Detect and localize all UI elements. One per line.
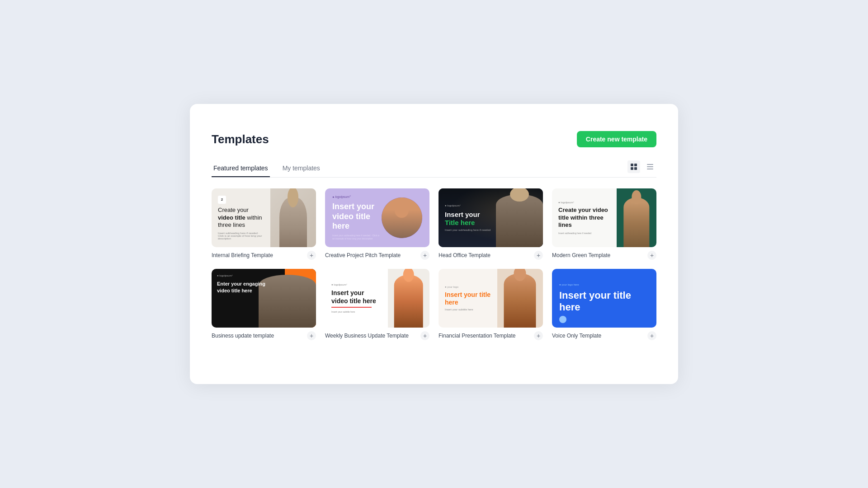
tabs-row: Featured templates My templates xyxy=(212,160,656,178)
svg-rect-3 xyxy=(634,167,637,170)
template-name: Modern Green Template xyxy=(552,252,610,258)
template-card-modern-green[interactable]: ● logolpsum° Create your video title wit… xyxy=(552,188,656,260)
create-template-button[interactable]: Create new template xyxy=(577,131,656,147)
view-toggle xyxy=(627,160,656,177)
template-sub-text: Insert your subtitle here xyxy=(445,308,491,311)
template-thumbnail-modern-green: ● logolpsum° Create your video title wit… xyxy=(552,188,656,247)
template-preview-text: Enter your engaging video title here xyxy=(217,281,279,295)
template-thumbnail-head-office: ● logolpsum° Insert your Title here Inse… xyxy=(439,188,543,247)
add-template-button[interactable]: + xyxy=(647,251,656,260)
template-person-area xyxy=(497,269,543,328)
template-card-business-update[interactable]: ● logolpsum° Enter your engaging video t… xyxy=(212,269,316,340)
template-logo: ● logolpsum° xyxy=(558,201,610,204)
template-logo: ● logolpsum° xyxy=(332,195,382,198)
svg-rect-6 xyxy=(647,169,653,169)
template-name: Head Office Template xyxy=(439,252,491,258)
add-template-button[interactable]: + xyxy=(307,331,316,340)
template-preview-text: Insert your title here xyxy=(559,290,649,314)
template-logo: ● your logo here xyxy=(559,283,649,286)
add-template-button[interactable]: + xyxy=(534,331,543,340)
avatar-icon xyxy=(559,316,566,323)
template-person-area xyxy=(617,188,656,247)
template-card-voice-only[interactable]: ● your logo here Insert your title here … xyxy=(552,269,656,340)
template-name: Voice Only Template xyxy=(552,333,601,339)
template-thumbnail-creative-project: ● logolpsum° Insert your video title her… xyxy=(325,188,429,247)
templates-grid: 2 Create your video title within three l… xyxy=(212,188,656,340)
template-name: Creative Project Pitch Template xyxy=(325,252,401,258)
svg-rect-1 xyxy=(634,164,637,166)
template-text-overlay: ● logolpsum° Insert your Title here Inse… xyxy=(439,188,543,247)
template-thumbnail-voice-only: ● your logo here Insert your title here xyxy=(552,269,656,328)
template-circle-area xyxy=(382,197,422,238)
template-name: Internal Briefing Template xyxy=(212,252,273,258)
template-preview-text: Insert your title here xyxy=(445,291,491,306)
template-footer: Creative Project Pitch Template + xyxy=(325,251,429,260)
grid-view-button[interactable] xyxy=(627,160,640,173)
list-icon xyxy=(646,163,654,170)
template-avatar-row xyxy=(559,316,566,323)
add-template-button[interactable]: + xyxy=(420,251,429,260)
template-footer: Business update template + xyxy=(212,331,316,340)
template-person-area xyxy=(388,269,429,328)
template-card-creative-project[interactable]: ● logolpsum° Insert your video title her… xyxy=(325,188,429,260)
template-card-weekly-business[interactable]: ● logolpsum° Insert your video title her… xyxy=(325,269,429,340)
template-logo: ● logolpsum° xyxy=(217,274,279,277)
template-name: Business update template xyxy=(212,333,274,339)
template-preview-text: Create your video title within three lin… xyxy=(218,206,264,230)
svg-rect-4 xyxy=(647,164,653,165)
add-template-button[interactable]: + xyxy=(534,251,543,260)
template-preview-text: Insert your video title here xyxy=(331,289,382,305)
template-footer: Internal Briefing Template + xyxy=(212,251,316,260)
template-thumbnail-financial: ● your logo Insert your title here Inser… xyxy=(439,269,543,328)
template-logo: ● your logo xyxy=(445,286,491,288)
template-footer: Financial Presentation Template + xyxy=(439,331,543,340)
app-container: Templates Create new template Featured t… xyxy=(190,104,678,384)
person-silhouette xyxy=(394,275,424,328)
template-sub-text: Insert subheading here if needed xyxy=(558,232,610,235)
svg-rect-0 xyxy=(631,164,633,166)
template-footer: Voice Only Template + xyxy=(552,331,656,340)
template-logo: ● logolpsum° xyxy=(331,283,382,286)
template-name: Weekly Business Update Template xyxy=(325,333,409,339)
svg-rect-5 xyxy=(647,166,653,167)
tabs: Featured templates My templates xyxy=(212,160,333,177)
template-text-area: ● your logo here Insert your title here xyxy=(559,283,649,314)
add-template-button[interactable]: + xyxy=(307,251,316,260)
person-silhouette xyxy=(279,197,307,247)
template-person-area xyxy=(270,188,316,247)
add-template-button[interactable]: + xyxy=(647,331,656,340)
red-underline-decoration xyxy=(331,307,372,308)
list-view-button[interactable] xyxy=(644,160,656,173)
template-preview-text-light: Insert your xyxy=(445,211,537,219)
template-logo: ● logolpsum° xyxy=(445,204,537,207)
template-logo-icon: 2 xyxy=(218,196,226,204)
tab-featured[interactable]: Featured templates xyxy=(212,160,270,177)
template-thumbnail-business-update: ● logolpsum° Enter your engaging video t… xyxy=(212,269,316,328)
person-silhouette xyxy=(623,197,649,247)
page-header: Templates Create new template xyxy=(212,131,656,147)
person-in-circle xyxy=(382,197,422,238)
template-preview-text-green: Title here xyxy=(445,219,537,227)
template-sub-text: Insert your subheading here if needed · … xyxy=(332,234,382,240)
svg-rect-2 xyxy=(631,167,633,170)
template-thumbnail-internal-briefing: 2 Create your video title within three l… xyxy=(212,188,316,247)
template-preview-text: Create your video title within three lin… xyxy=(558,206,610,230)
template-sub-text: Insert your subtitle here xyxy=(331,310,382,313)
template-sub-text: Insert your subheading here if needed xyxy=(445,229,537,231)
person-silhouette xyxy=(504,273,536,328)
template-card-internal-briefing[interactable]: 2 Create your video title within three l… xyxy=(212,188,316,260)
template-thumbnail-weekly-business: ● logolpsum° Insert your video title her… xyxy=(325,269,429,328)
template-footer: Head Office Template + xyxy=(439,251,543,260)
tab-my-templates[interactable]: My templates xyxy=(281,160,322,177)
template-footer: Modern Green Template + xyxy=(552,251,656,260)
template-name: Financial Presentation Template xyxy=(439,333,516,339)
page-title: Templates xyxy=(212,132,269,146)
template-preview-text: Insert your video title here xyxy=(332,202,382,231)
add-template-button[interactable]: + xyxy=(420,331,429,340)
template-card-financial[interactable]: ● your logo Insert your title here Inser… xyxy=(439,269,543,340)
template-footer: Weekly Business Update Template + xyxy=(325,331,429,340)
grid-icon xyxy=(630,163,637,170)
template-text-overlay: ● logolpsum° Enter your engaging video t… xyxy=(217,274,279,295)
template-card-head-office[interactable]: ● logolpsum° Insert your Title here Inse… xyxy=(439,188,543,260)
circle-bg xyxy=(382,197,422,238)
